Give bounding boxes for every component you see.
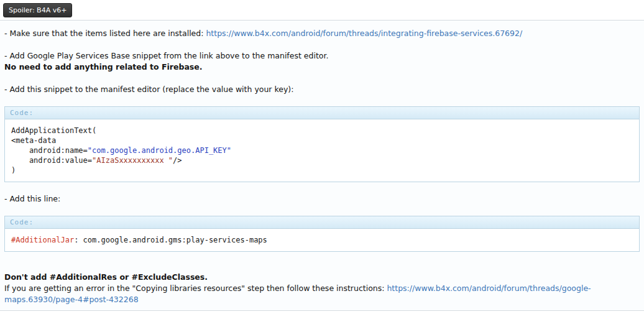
- paragraph-final-notes: Don't add #AdditionalRes or #ExcludeClas…: [4, 272, 640, 305]
- paragraph-add-base-snippet: - Add Google Play Services Base snippet …: [4, 50, 640, 73]
- code-line: #AdditionalJar: com.google.android.gms:p…: [11, 235, 633, 245]
- code-block-header: Code:: [5, 216, 639, 229]
- code-block-header: Code:: [5, 107, 639, 119]
- code-line: android:name="com.google.android.geo.API…: [11, 145, 633, 155]
- code-text: />: [173, 156, 182, 165]
- code-text: android:name=: [11, 146, 88, 155]
- code-string-api-key: "com.google.android.geo.API_KEY": [88, 146, 231, 155]
- link-integrating-firebase-services[interactable]: https://www.b4x.com/android/forum/thread…: [206, 29, 522, 38]
- code-line: <meta-data: [11, 136, 633, 145]
- code-text: ): [11, 166, 16, 175]
- paragraph-add-this-line: - Add this line:: [4, 193, 640, 205]
- code-block-manifest: Code: AddApplicationText( <meta-data and…: [4, 106, 640, 182]
- code-line: android:value="AIzaSxxxxxxxxxx "/>: [11, 155, 633, 165]
- paragraph-installed-items: - Make sure that the items listed here a…: [4, 28, 640, 39]
- forum-post-region: Spoiler: B4A v6+ - Make sure that the it…: [0, 0, 644, 314]
- code-block-additionaljar: Code: #AdditionalJar: com.google.android…: [4, 216, 640, 252]
- paragraph-text: - Add Google Play Services Base snippet …: [4, 51, 328, 60]
- code-string-api-value: "AIzaSxxxxxxxxxx ": [92, 156, 173, 165]
- paragraph-text: - Make sure that the items listed here a…: [4, 29, 206, 38]
- bold-note-firebase: No need to add anything related to Fireb…: [4, 62, 203, 72]
- code-block-content: AddApplicationText( <meta-data android:n…: [5, 119, 639, 182]
- bold-note-dont-add: Don't add #AdditionalRes or #ExcludeClas…: [4, 272, 208, 282]
- code-line: AddApplicationText(: [11, 126, 633, 136]
- paragraph-add-snippet-instruction: - Add this snippet to the manifest edito…: [4, 84, 640, 95]
- paragraph-text: If you are getting an error in the "Copy…: [4, 284, 387, 293]
- spoiler-content-panel: - Make sure that the items listed here a…: [0, 20, 644, 311]
- code-text: AddApplicationText(: [11, 126, 96, 135]
- code-text: : com.google.android.gms:play-services-m…: [74, 236, 267, 244]
- code-line: ): [11, 165, 633, 175]
- spoiler-toggle-button[interactable]: Spoiler: B4A v6+: [3, 3, 72, 17]
- code-text: android:value=: [11, 156, 92, 165]
- code-text: <meta-data: [11, 136, 56, 145]
- code-directive-additionaljar: #AdditionalJar: [11, 236, 74, 244]
- code-block-content: #AdditionalJar: com.google.android.gms:p…: [5, 229, 639, 251]
